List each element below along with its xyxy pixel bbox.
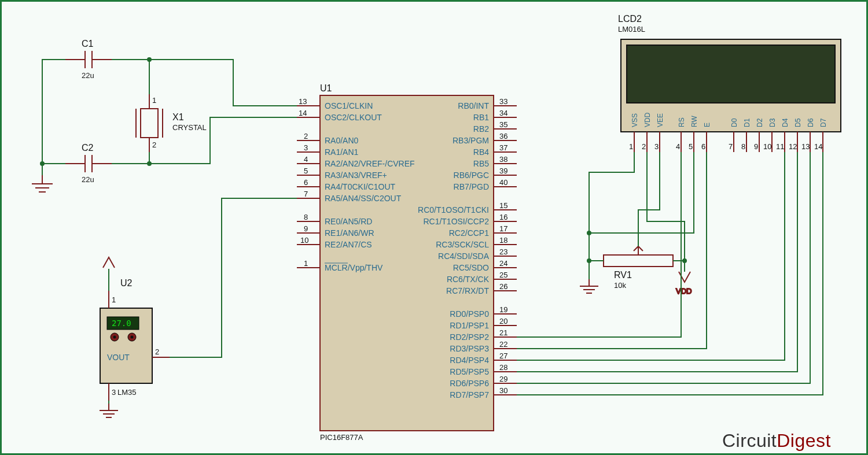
capacitor-c2: C2 22u [65,143,112,184]
mcu-u1: U1 PIC16F877A 13 OSC1/CLKIN 14 OSC2/CLKO… [297,83,517,442]
c1-ref: C1 [82,39,94,49]
svg-point-175 [131,336,134,339]
capacitor-c1: C1 22u [65,39,112,80]
svg-text:OSC1/CLKIN: OSC1/CLKIN [325,101,373,110]
x1-part: CRYSTAL [172,123,207,132]
svg-text:7: 7 [729,142,733,151]
lm35-display: 27.0 [112,319,131,328]
svg-text:D7: D7 [819,118,827,127]
svg-text:8: 8 [304,213,308,221]
svg-text:RC0/T1OSO/T1CKI: RC0/T1OSO/T1CKI [418,205,489,214]
crystal-x1: 1 2 X1 CRYSTAL [136,94,207,152]
svg-text:RD0/PSP0: RD0/PSP0 [450,309,489,319]
svg-point-194 [40,161,45,166]
svg-text:19: 19 [499,305,507,314]
svg-text:14: 14 [814,142,822,151]
svg-text:34: 34 [499,109,507,117]
svg-text:RB2: RB2 [473,124,489,134]
svg-text:9: 9 [754,142,758,151]
svg-point-198 [587,258,591,263]
svg-point-199 [587,231,591,235]
svg-point-173 [113,336,116,339]
svg-text:40: 40 [499,178,507,187]
lcd-ref: LCD2 [618,14,642,24]
svg-text:RA4/T0CKI/C1OUT: RA4/T0CKI/C1OUT [325,182,396,191]
svg-text:MCLR/Vpp/THV: MCLR/Vpp/THV [325,263,383,272]
svg-text:5: 5 [689,142,693,151]
svg-text:RC6/TX/CK: RC6/TX/CK [447,275,490,284]
svg-text:D6: D6 [807,118,815,127]
svg-text:RC2/CCP1: RC2/CCP1 [449,228,489,238]
svg-text:RE0/AN5/RD: RE0/AN5/RD [325,217,372,226]
u1-ref: U1 [320,83,332,93]
power-lm35-icon [103,257,115,268]
svg-text:16: 16 [499,213,507,221]
svg-text:8: 8 [741,142,745,151]
svg-text:11: 11 [776,142,784,151]
lcd: LCD2 LM016L VSS VDD VEE RS RW E D0 D1 D2… [618,14,841,152]
svg-text:RA3/AN3/VREF+: RA3/AN3/VREF+ [325,171,387,180]
svg-text:28: 28 [499,363,507,372]
svg-point-195 [147,57,152,62]
u2-part: LM35 [117,388,137,397]
svg-point-196 [147,161,152,166]
svg-text:26: 26 [499,282,507,291]
svg-text:D4: D4 [781,118,789,127]
svg-text:25: 25 [499,271,507,279]
svg-text:RD6/PSP6: RD6/PSP6 [450,379,489,388]
svg-text:D5: D5 [794,118,802,127]
svg-text:6: 6 [304,178,308,187]
svg-text:RC5/SDO: RC5/SDO [453,263,489,272]
potentiometer-rv1: RV1 10k [604,246,673,290]
svg-text:RB6/PGC: RB6/PGC [454,171,489,180]
vdd-label: VDD [676,287,692,295]
svg-text:9: 9 [304,224,308,233]
watermark: CircuitDigest [722,430,831,451]
svg-text:3: 3 [654,142,659,151]
svg-text:RA0/AN0: RA0/AN0 [325,136,359,145]
svg-text:3: 3 [112,388,116,397]
lcd-part: LM016L [618,25,645,34]
svg-text:20: 20 [499,317,507,325]
svg-text:17: 17 [499,224,507,233]
svg-text:39: 39 [499,167,507,175]
svg-rect-154 [604,255,673,267]
lm35-vout: VOUT [107,353,130,362]
svg-text:RD5/PSP5: RD5/PSP5 [450,367,489,376]
svg-text:RD4/PSP4: RD4/PSP4 [450,356,489,365]
svg-text:5: 5 [304,167,308,175]
svg-text:RB5: RB5 [473,159,489,168]
rv1-ref: RV1 [614,270,632,280]
u2-ref: U2 [120,278,133,288]
svg-text:RD1/PSP1: RD1/PSP1 [450,321,489,330]
svg-text:RE2/AN7/CS: RE2/AN7/CS [325,240,372,249]
ground-crystal [32,175,53,192]
svg-text:1: 1 [152,96,156,105]
svg-text:37: 37 [499,143,507,152]
svg-text:RD7/PSP7: RD7/PSP7 [450,390,489,399]
power-vdd-icon: VDD [676,272,692,295]
lm35-u2: 27.0 VOUT 1 2 3 U2 LM35 [100,278,170,401]
svg-text:RS: RS [678,117,686,127]
svg-text:2: 2 [304,132,308,140]
svg-text:VSS: VSS [631,113,639,127]
svg-text:D1: D1 [743,118,751,127]
svg-text:RD3/PSP3: RD3/PSP3 [450,344,489,353]
svg-text:12: 12 [789,142,797,151]
svg-text:RC7/RX/DT: RC7/RX/DT [446,286,489,295]
svg-text:RB1: RB1 [473,113,489,122]
svg-text:10: 10 [763,142,771,151]
svg-text:RD2/PSP2: RD2/PSP2 [450,332,489,342]
svg-text:D0: D0 [730,118,738,127]
svg-text:VEE: VEE [656,113,664,127]
c2-value: 22u [82,175,94,184]
svg-text:13: 13 [299,97,307,106]
c2-ref: C2 [82,143,94,153]
c1-value: 22u [82,71,94,80]
x1-ref: X1 [172,112,184,122]
svg-text:4: 4 [304,155,308,164]
svg-rect-155 [141,109,158,138]
svg-text:22: 22 [499,340,507,349]
svg-text:1: 1 [629,142,633,151]
svg-text:4: 4 [676,142,680,151]
